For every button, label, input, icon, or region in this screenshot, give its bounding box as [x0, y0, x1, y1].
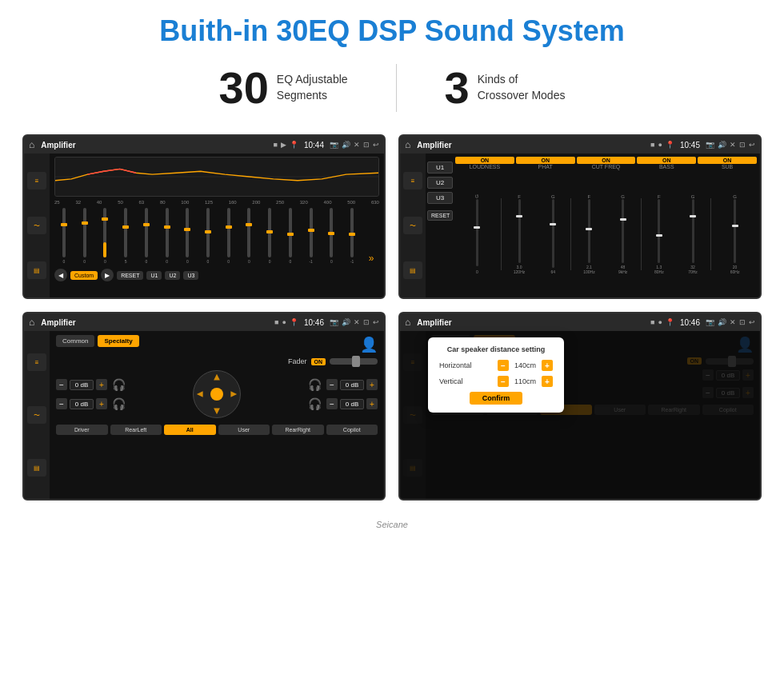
eq-reset-btn[interactable]: RESET — [117, 271, 143, 280]
tr-minus-btn[interactable]: − — [326, 379, 338, 390]
user-btn3[interactable]: User — [218, 425, 270, 435]
vertical-plus-btn[interactable]: + — [542, 376, 553, 387]
eq-slider-8[interactable]: 0 — [198, 208, 218, 264]
bl-minus-btn[interactable]: − — [56, 398, 67, 409]
eq-slider-10[interactable]: 0 — [240, 208, 259, 264]
expand-icon[interactable]: » — [369, 253, 374, 264]
back-icon1[interactable]: ↩ — [373, 141, 379, 149]
vertical-minus-btn[interactable]: − — [498, 376, 509, 387]
u1-btn[interactable]: U1 — [427, 162, 453, 173]
horizontal-row: Horizontal − 140cm + — [439, 360, 553, 371]
dialog-confirm-btn[interactable]: Confirm — [470, 392, 523, 405]
eq-slider-7[interactable]: 0 — [178, 208, 197, 264]
eq-prev-btn[interactable]: ◀ — [54, 269, 67, 281]
dialog-title: Car speaker distance setting — [439, 345, 553, 353]
u2-btn[interactable]: U2 — [427, 177, 453, 189]
close-icon2[interactable]: ✕ — [730, 141, 736, 149]
bl-plus-btn[interactable]: + — [96, 398, 107, 409]
horizontal-plus-btn[interactable]: + — [542, 360, 553, 371]
eq-slider-5[interactable]: 0 — [137, 208, 156, 264]
tl-plus-btn[interactable]: + — [96, 379, 107, 390]
eq-u1-btn[interactable]: U1 — [146, 271, 162, 280]
eq-slider-4[interactable]: 5 — [116, 208, 135, 264]
bass-on-btn[interactable]: ON — [637, 157, 696, 164]
dot-icon4: ● — [658, 318, 662, 326]
eq-slider-9[interactable]: 0 — [219, 208, 238, 264]
home-icon[interactable]: ⌂ — [29, 139, 34, 150]
cross-menu-btn[interactable]: ≡ — [403, 172, 422, 189]
cross-divider2 — [570, 198, 571, 270]
driver-btn[interactable]: Driver — [56, 425, 108, 435]
svg-marker-4 — [197, 391, 203, 397]
back-icon2[interactable]: ↩ — [749, 141, 755, 149]
eq-vol-btn[interactable]: ▤ — [27, 261, 46, 279]
phat-sliders: F 3.0 120Hz G — [503, 194, 569, 274]
cross-wave-btn[interactable]: 〜 — [403, 217, 422, 234]
rearleft-btn[interactable]: RearLeft — [110, 425, 162, 435]
eq-slider-14[interactable]: 0 — [322, 208, 342, 264]
eq-next-btn[interactable]: ▶ — [101, 269, 114, 281]
eq-slider-3[interactable]: 0 — [95, 208, 114, 264]
br-plus-btn[interactable]: + — [366, 398, 378, 409]
eq-slider-6[interactable]: 0 — [158, 208, 177, 264]
ch-vol-btn[interactable]: ▤ — [27, 459, 46, 477]
eq-slider-11[interactable]: 0 — [260, 208, 279, 264]
loudness-on-btn[interactable]: ON — [455, 157, 514, 164]
tab-specialty3[interactable]: Specialty — [98, 335, 138, 347]
eq-wave-btn[interactable]: 〜 — [27, 217, 46, 234]
channel-joystick[interactable] — [193, 370, 241, 418]
tl-minus-btn[interactable]: − — [56, 379, 67, 390]
win-icon2[interactable]: ⊡ — [739, 141, 746, 149]
fader-on-badge[interactable]: ON — [311, 358, 326, 365]
br-minus-btn[interactable]: − — [326, 398, 338, 409]
eq-slider-13[interactable]: -1 — [302, 208, 321, 264]
phat-on-btn[interactable]: ON — [516, 157, 575, 164]
eq-slider-1[interactable]: 0 — [54, 208, 74, 264]
win-icon3[interactable]: ⊡ — [363, 318, 370, 326]
sub-on-btn[interactable]: ON — [698, 157, 757, 164]
fader-label: Fader — [288, 357, 307, 365]
speaker-matrix: − 0 dB + 🎧 − 0 dB + 🎧 — [56, 370, 378, 418]
eq-slider-15[interactable]: -1 — [342, 208, 362, 264]
freq-320: 320 — [300, 200, 308, 205]
eq-slider-2[interactable]: 0 — [75, 208, 94, 264]
home-icon3[interactable]: ⌂ — [29, 317, 34, 328]
cross-divider4 — [710, 198, 711, 270]
top-left-db: − 0 dB + 🎧 — [56, 378, 188, 391]
eq-u3-btn[interactable]: U3 — [183, 271, 198, 280]
screen1-sidebar: ≡ 〜 ▤ — [24, 154, 50, 297]
cutfreq-sliders: F 2.1 100Hz G — [573, 194, 638, 274]
eq-menu-btn[interactable]: ≡ — [27, 172, 46, 189]
eq-u2-btn[interactable]: U2 — [165, 271, 180, 280]
profile-icon3[interactable]: 👤 — [360, 336, 378, 353]
phat-label: PHAT — [516, 164, 575, 170]
rec-icon3: ■ — [274, 318, 278, 326]
close-icon4[interactable]: ✕ — [730, 318, 736, 326]
all-btn[interactable]: All — [164, 425, 216, 435]
close-icon1[interactable]: ✕ — [354, 141, 360, 149]
window-icon1[interactable]: ⊡ — [363, 141, 370, 149]
bl-speaker-icon: 🎧 — [112, 397, 126, 410]
top-right-db: 🎧 − 0 dB + — [308, 378, 378, 391]
rearright-btn[interactable]: RearRight — [272, 425, 324, 435]
cross-divider1 — [501, 198, 502, 270]
cross-reset-btn[interactable]: RESET — [427, 210, 453, 221]
copilot-btn3[interactable]: Copilot — [326, 425, 378, 435]
tr-plus-btn[interactable]: + — [366, 379, 378, 390]
u3-btn[interactable]: U3 — [427, 192, 453, 204]
home-icon4[interactable]: ⌂ — [405, 317, 410, 328]
fader-slider[interactable] — [330, 358, 378, 365]
tab-common3[interactable]: Common — [56, 335, 94, 347]
horizontal-minus-btn[interactable]: − — [498, 360, 509, 371]
win-icon4[interactable]: ⊡ — [739, 318, 746, 326]
back-icon4[interactable]: ↩ — [749, 318, 755, 326]
eq-custom-btn[interactable]: Custom — [70, 271, 98, 280]
home-icon2[interactable]: ⌂ — [405, 139, 410, 150]
ch-wave-btn[interactable]: 〜 — [27, 406, 46, 424]
cutfreq-on-btn[interactable]: ON — [577, 157, 636, 164]
cross-vol-btn[interactable]: ▤ — [403, 261, 422, 279]
back-icon3[interactable]: ↩ — [373, 318, 379, 326]
eq-slider-12[interactable]: 0 — [281, 208, 300, 264]
close-icon3[interactable]: ✕ — [354, 318, 360, 326]
ch-menu-btn[interactable]: ≡ — [27, 353, 46, 371]
